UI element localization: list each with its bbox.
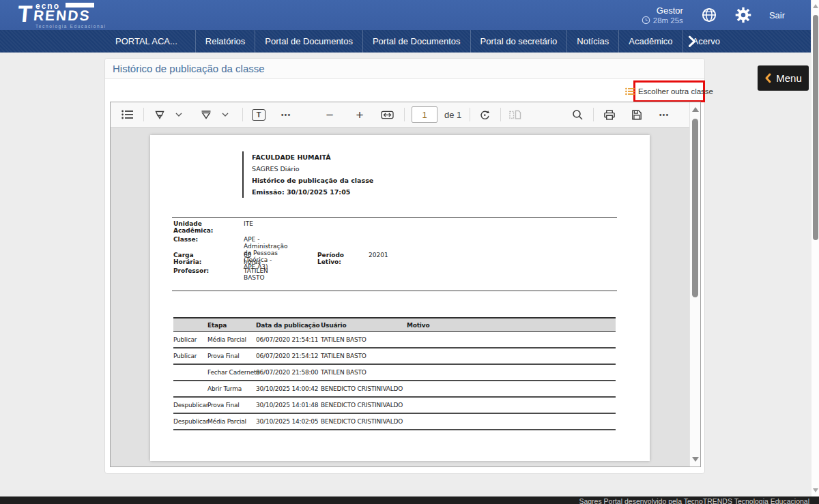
table-row: Abrir Turma30/10/2025 14:00:42BENEDICTO … [173, 381, 616, 398]
draw-tool-icon[interactable] [199, 105, 214, 124]
table-cell: Média Parcial [207, 336, 256, 343]
table-cell: TATILEN BASTO [321, 369, 407, 376]
page-count-label: de 1 [444, 110, 461, 120]
nav-item[interactable]: Portal do secretário [470, 30, 567, 53]
table-header-cell: Data da publicação [256, 322, 321, 329]
table-cell: Despublicar [173, 418, 207, 425]
tecnotrends-logo[interactable]: T ecno RENDS Tecnologia Educacional [11, 1, 113, 30]
choose-other-class-button[interactable]: Escolher outra classe [625, 87, 713, 95]
add-text-icon[interactable]: T [251, 105, 266, 124]
nav-item[interactable]: Acadêmico [618, 30, 682, 53]
institution-name: FACULDADE HUMAITÁ [252, 151, 373, 163]
info-label: Professor: [173, 267, 209, 274]
chevron-left-icon [764, 73, 771, 83]
doc-table-body: PublicarMédia Parcial06/07/2020 21:54:11… [173, 332, 616, 430]
zoom-in-icon[interactable]: + [352, 105, 367, 124]
scroll-down-arrow[interactable] [692, 457, 699, 462]
print-icon[interactable] [602, 105, 617, 124]
table-row: Fechar Caderneta06/07/2020 21:58:00TATIL… [173, 365, 616, 381]
pdf-page: FACULDADE HUMAITÁ SAGRES Diário Históric… [150, 135, 650, 461]
scroll-up-arrow[interactable] [813, 4, 818, 8]
table-cell: Prova Final [207, 353, 256, 359]
logout-button[interactable]: Sair [769, 10, 785, 20]
session-timer: 28m 25s [642, 16, 683, 25]
pdf-toolbar: T ••• − + de 1 [111, 102, 689, 128]
user-name: Gestor [642, 5, 683, 16]
highlighter-dropdown-chevron-icon[interactable] [171, 105, 186, 124]
toolbar-separator [470, 108, 470, 121]
toolbar-more-icon[interactable]: ••• [657, 105, 672, 124]
info-label: Carga Horária: [173, 252, 201, 265]
table-cell: 30/10/2025 14:02:05 [256, 418, 321, 425]
browser-scrollbar [811, 0, 819, 496]
session-time-label: 28m 25s [653, 16, 683, 25]
divider [172, 291, 617, 291]
list-icon [625, 87, 635, 95]
scroll-down-arrow[interactable] [813, 488, 818, 492]
table-cell: Média Parcial [207, 418, 256, 425]
table-cell: Prova Final [207, 402, 256, 409]
nav-item[interactable]: Portal de Documentos [362, 30, 470, 53]
table-row: PublicarProva Final06/07/2020 21:54:12TA… [173, 349, 616, 365]
nav-item[interactable]: Relatórios [195, 30, 255, 53]
pdf-scrollbar-thumb[interactable] [692, 119, 698, 297]
logo-letter-t: T [16, 1, 33, 27]
nav-items: PORTAL ACA...RelatóriosPortal de Documen… [106, 30, 730, 53]
menu-button[interactable]: Menu [758, 65, 809, 91]
table-row: DespublicarProva Final30/10/2025 14:01:4… [173, 398, 616, 414]
browser-scrollbar-thumb[interactable] [813, 15, 818, 240]
info-label: Classe: [173, 236, 198, 243]
save-icon[interactable] [629, 105, 644, 124]
logo-bar [66, 3, 94, 8]
nav-item[interactable]: PORTAL ACA... [106, 30, 195, 53]
publication-history-table: EtapaData da publicaçãoUsuárioMotivo Pub… [173, 317, 616, 430]
logo-tagline: Tecnologia Educacional [35, 24, 106, 29]
toc-icon[interactable] [120, 105, 135, 124]
doc-table-header: EtapaData da publicaçãoUsuárioMotivo [173, 317, 616, 332]
table-cell: BENEDICTO CRISTINIVALDO [321, 418, 407, 425]
footer-text: Sagres Portal desenvolvido pela TecnoTRE… [0, 496, 819, 504]
table-cell: 06/07/2020 21:54:12 [256, 353, 321, 359]
toolbar-separator [404, 108, 405, 121]
zoom-out-icon[interactable]: − [322, 105, 337, 124]
clock-icon [642, 16, 650, 25]
globe-icon[interactable] [701, 7, 717, 23]
footer-bar: Sagres Portal desenvolvido pela TecnoTRE… [0, 496, 819, 504]
scroll-up-arrow[interactable] [692, 107, 699, 112]
report-header: FACULDADE HUMAITÁ SAGRES Diário Históric… [242, 151, 373, 198]
pdf-document-area: FACULDADE HUMAITÁ SAGRES Diário Históric… [111, 128, 689, 466]
info-value: 20201 [369, 252, 388, 258]
top-header: T ecno RENDS Tecnologia Educacional Gest… [0, 0, 819, 30]
table-cell: 30/10/2025 14:01:48 [256, 402, 321, 409]
annotation-more-icon[interactable]: ••• [278, 105, 293, 124]
table-row: PublicarMédia Parcial06/07/2020 21:54:11… [173, 332, 616, 349]
table-cell: TATILEN BASTO [321, 336, 407, 343]
table-cell: 06/07/2020 21:58:00 [256, 369, 321, 376]
page-view-icon [508, 105, 523, 124]
choose-other-class-label: Escolher outra classe [638, 87, 713, 95]
page-number-input[interactable] [412, 106, 437, 123]
divider [172, 217, 617, 218]
table-cell: Despublicar [173, 402, 207, 409]
fit-width-icon[interactable] [379, 105, 394, 124]
user-menu[interactable]: Gestor 28m 25s [642, 5, 683, 25]
card-title-bar: Histórico de publicação da classe [105, 59, 704, 79]
emission-date: Emissão: 30/10/2025 17:05 [252, 186, 373, 198]
table-header-cell: Etapa [207, 322, 256, 329]
system-name: SAGRES Diário [252, 163, 373, 175]
info-label: Período Letivo: [317, 252, 344, 265]
table-cell: 30/10/2025 14:00:42 [256, 385, 321, 392]
rotate-icon[interactable] [477, 105, 492, 124]
nav-overflow-chevron[interactable] [688, 35, 696, 48]
nav-item[interactable]: Notícias [566, 30, 618, 53]
gear-icon[interactable] [735, 7, 751, 23]
draw-dropdown-chevron-icon[interactable] [218, 105, 233, 124]
info-value: ITE [244, 220, 253, 227]
table-row: DespublicarMédia Parcial30/10/2025 14:02… [173, 414, 616, 430]
nav-item[interactable]: Portal de Documentos [255, 30, 362, 53]
toolbar-separator [242, 108, 243, 121]
report-title: Histórico de publicação da classe [252, 175, 373, 186]
highlighter-tool-icon[interactable] [152, 105, 167, 124]
search-icon[interactable] [570, 105, 585, 124]
pdf-scrollbar [689, 102, 700, 466]
